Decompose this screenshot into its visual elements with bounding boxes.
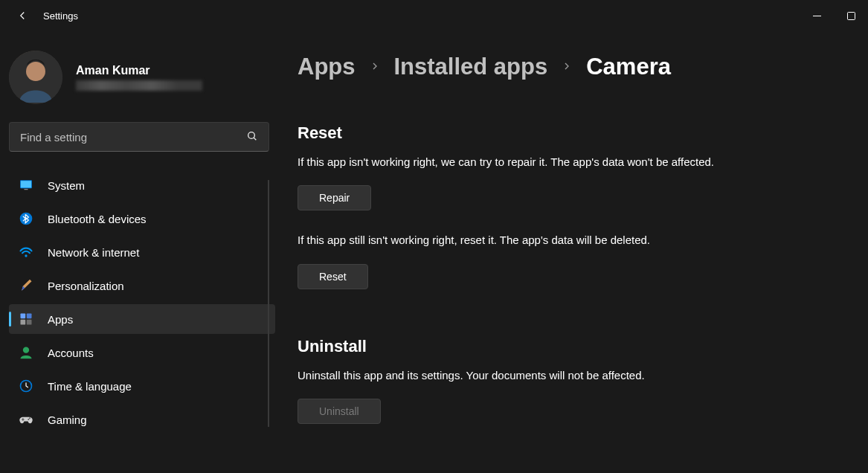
uninstall-section-title: Uninstall xyxy=(298,337,838,356)
svg-rect-7 xyxy=(21,181,31,187)
reset-section-title: Reset xyxy=(298,123,838,143)
svg-line-5 xyxy=(254,138,256,140)
uninstall-button[interactable]: Uninstall xyxy=(298,399,381,424)
content-area: Apps Installed apps Camera Reset If this… xyxy=(275,31,868,473)
person-icon xyxy=(18,344,34,361)
reset-description: If this app still isn't working right, r… xyxy=(298,231,838,248)
titlebar: Settings xyxy=(0,0,868,31)
sidebar-item-network[interactable]: Network & internet xyxy=(9,237,275,267)
minimize-icon xyxy=(813,12,821,20)
chevron-right-icon xyxy=(369,59,381,76)
arrow-left-icon xyxy=(16,9,29,22)
sidebar-nav: System Bluetooth & devices Network & int… xyxy=(9,167,275,464)
sidebar-item-label: Apps xyxy=(48,313,73,326)
svg-rect-0 xyxy=(813,16,821,16)
search-input[interactable] xyxy=(20,131,246,144)
system-icon xyxy=(18,177,34,193)
wifi-icon xyxy=(18,244,34,260)
svg-rect-13 xyxy=(21,320,26,325)
svg-point-15 xyxy=(23,347,29,353)
search-field[interactable] xyxy=(9,122,269,152)
sidebar-item-label: Gaming xyxy=(48,414,87,426)
svg-point-4 xyxy=(248,132,255,138)
back-button[interactable] xyxy=(12,5,33,26)
repair-button[interactable]: Repair xyxy=(298,185,371,210)
sidebar-item-apps[interactable]: Apps xyxy=(9,304,275,334)
sidebar-scrollbar[interactable] xyxy=(268,180,269,427)
minimize-button[interactable] xyxy=(800,0,834,31)
sidebar-item-label: Accounts xyxy=(48,347,94,359)
profile-email-redacted xyxy=(76,80,202,91)
sidebar: Aman Kumar System Bluetooth & devices xyxy=(0,31,275,473)
sidebar-item-label: Personalization xyxy=(48,280,124,292)
sidebar-item-time-language[interactable]: Time & language xyxy=(9,371,275,401)
sidebar-item-label: Network & internet xyxy=(48,246,139,259)
breadcrumb-apps[interactable]: Apps xyxy=(298,54,356,80)
maximize-icon xyxy=(847,12,855,20)
sidebar-item-label: Bluetooth & devices xyxy=(48,213,147,225)
clock-icon xyxy=(18,378,34,394)
svg-rect-11 xyxy=(21,314,26,319)
breadcrumb-current: Camera xyxy=(586,54,671,80)
sidebar-item-label: Time & language xyxy=(48,380,132,393)
profile-name: Aman Kumar xyxy=(76,64,202,77)
bluetooth-icon xyxy=(18,210,34,227)
svg-rect-12 xyxy=(27,314,32,319)
svg-point-18 xyxy=(28,419,29,420)
repair-description: If this app isn't working right, we can … xyxy=(298,153,714,170)
profile-block[interactable]: Aman Kumar xyxy=(9,45,275,122)
reset-button[interactable]: Reset xyxy=(298,264,368,289)
brush-icon xyxy=(18,277,34,294)
sidebar-item-bluetooth[interactable]: Bluetooth & devices xyxy=(9,204,275,234)
apps-icon xyxy=(18,311,34,327)
window-controls xyxy=(800,0,868,31)
maximize-button[interactable] xyxy=(834,0,868,31)
search-icon xyxy=(246,130,258,144)
window-title: Settings xyxy=(43,10,78,22)
uninstall-description: Uninstall this app and its settings. You… xyxy=(298,367,838,384)
breadcrumb: Apps Installed apps Camera xyxy=(298,54,838,80)
sidebar-item-label: System xyxy=(48,179,85,192)
gamepad-icon xyxy=(18,411,34,428)
svg-rect-14 xyxy=(27,320,32,325)
sidebar-item-gaming[interactable]: Gaming xyxy=(9,405,275,434)
avatar xyxy=(9,51,62,104)
svg-point-10 xyxy=(25,254,27,257)
sidebar-item-system[interactable]: System xyxy=(9,170,275,200)
svg-point-19 xyxy=(29,417,30,419)
svg-rect-8 xyxy=(25,189,28,190)
sidebar-item-accounts[interactable]: Accounts xyxy=(9,338,275,367)
chevron-right-icon xyxy=(561,59,573,76)
breadcrumb-installed-apps[interactable]: Installed apps xyxy=(394,54,548,80)
sidebar-item-personalization[interactable]: Personalization xyxy=(9,271,275,300)
svg-point-3 xyxy=(26,62,45,81)
svg-rect-1 xyxy=(847,12,855,19)
